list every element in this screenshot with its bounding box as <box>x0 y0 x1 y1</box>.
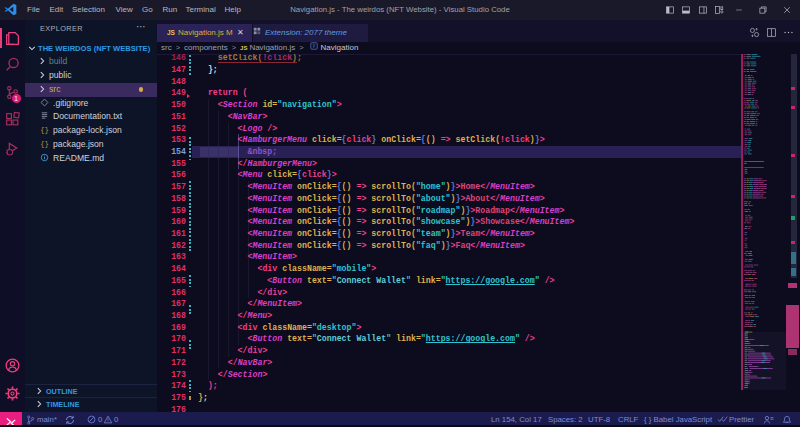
svg-text:{}: {} <box>40 140 49 148</box>
svg-text:{}: {} <box>40 126 49 134</box>
